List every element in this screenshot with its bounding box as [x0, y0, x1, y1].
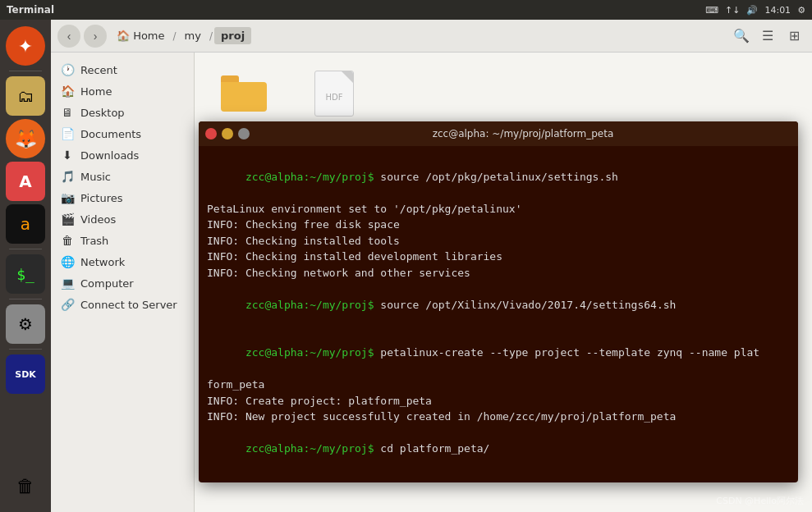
term-line-7: zcc@alpha:~/my/proj$ source /opt/Xilinx/… — [207, 281, 790, 329]
launcher-amazon[interactable]: a — [6, 204, 45, 244]
computer-icon: 💻 — [61, 277, 74, 290]
launcher-separator-2 — [9, 249, 42, 249]
keyboard-icon: ⌨ — [705, 5, 718, 16]
launcher-separator-3 — [9, 299, 42, 299]
folder-icon-wrapper — [219, 69, 268, 118]
sidebar-label-music: Music — [80, 171, 111, 183]
sidebar-label-network: Network — [80, 256, 125, 268]
terminal-close-button[interactable] — [205, 128, 217, 139]
fm-sidebar: 🕐 Recent 🏠 Home 🖥 Desktop 📄 Documents ⬇ … — [51, 53, 195, 512]
term-line-8: zcc@alpha:~/my/proj$ petalinux-create --… — [207, 329, 790, 377]
term-cmd-3: petalinux-create --type project --templa… — [380, 346, 759, 359]
launcher: ✦ 🗂 🦊 A a $_ ⚙ SDK 🗑 — [0, 20, 51, 512]
folder-graphic — [221, 75, 267, 112]
sidebar-item-documents[interactable]: 📄 Documents — [51, 123, 194, 144]
home-icon: 🏠 — [61, 85, 74, 98]
term-line-12: zcc@alpha:~/my/proj$ cd platform_peta/ — [207, 425, 790, 473]
grid-view-button[interactable]: ⊞ — [782, 25, 805, 48]
back-button[interactable]: ‹ — [57, 25, 80, 48]
launcher-terminal[interactable]: $_ — [6, 254, 45, 294]
list-view-button[interactable]: ☰ — [756, 25, 779, 48]
term-line-3: INFO: Checking free disk space — [207, 217, 790, 233]
sidebar-label-downloads: Downloads — [80, 149, 139, 162]
term-cmd-4: cd platform_peta/ — [380, 442, 489, 455]
term-cmd-2: source /opt/Xilinx/Vivado/2017.4/setting… — [380, 299, 676, 311]
launcher-settings[interactable]: ⚙ — [6, 304, 45, 344]
term-line-4: INFO: Checking installed tools — [207, 233, 790, 249]
launcher-separator — [9, 71, 42, 71]
breadcrumb-proj[interactable]: proj — [214, 27, 251, 44]
breadcrumb-sep-2: / — [209, 30, 213, 42]
hdf-icon-wrapper: HDF — [310, 69, 359, 118]
launcher-files[interactable]: 🗂 — [6, 76, 45, 116]
sidebar-item-recent[interactable]: 🕐 Recent — [51, 59, 194, 80]
pictures-icon: 📷 — [61, 191, 74, 204]
launcher-fonts[interactable]: A — [6, 162, 45, 201]
breadcrumb: 🏠 Home / my / proj — [110, 27, 727, 44]
term-prompt-2: zcc@alpha:~/my/proj$ — [245, 299, 380, 311]
sidebar-item-network[interactable]: 🌐 Network — [51, 251, 194, 272]
sidebar-label-recent: Recent — [80, 64, 117, 76]
breadcrumb-home[interactable]: 🏠 Home — [110, 27, 172, 44]
recent-icon: 🕐 — [61, 63, 74, 76]
term-line-1: zcc@alpha:~/my/proj$ source /opt/pkg/pet… — [207, 153, 790, 201]
connect-server-icon: 🔗 — [61, 298, 74, 311]
sidebar-item-trash[interactable]: 🗑 Trash — [51, 230, 194, 251]
term-prompt-1: zcc@alpha:~/my/proj$ — [245, 171, 380, 183]
settings-icon: ⚙ — [797, 5, 805, 16]
terminal-titlebar: zcc@alpha: ~/my/proj/platform_peta — [199, 121, 798, 146]
sidebar-label-connect-server: Connect to Server — [80, 299, 177, 311]
breadcrumb-sep-1: / — [173, 30, 177, 42]
terminal-maximize-button[interactable] — [238, 128, 250, 139]
launcher-separator-4 — [9, 349, 42, 350]
launcher-sdk[interactable]: SDK — [6, 354, 45, 394]
terminal-title: zcc@alpha: ~/my/proj/platform_peta — [255, 128, 791, 139]
term-prompt-3: zcc@alpha:~/my/proj$ — [245, 346, 380, 359]
forward-button[interactable]: › — [84, 25, 107, 48]
documents-icon: 📄 — [61, 127, 74, 140]
launcher-trash[interactable]: 🗑 — [6, 466, 45, 505]
fm-toolbar-right: 🔍 ☰ ⊞ — [730, 25, 805, 48]
sidebar-label-pictures: Pictures — [80, 192, 122, 204]
downloads-icon: ⬇ — [61, 149, 74, 162]
top-bar: Terminal ⌨ ↑↓ 🔊 14:01 ⚙ — [0, 0, 812, 20]
sidebar-item-videos[interactable]: 🎬 Videos — [51, 208, 194, 230]
term-line-2: PetaLinux environment set to '/opt/pkg/p… — [207, 201, 790, 217]
sidebar-item-home[interactable]: 🏠 Home — [51, 80, 194, 102]
network-icon: 🌐 — [61, 255, 74, 268]
sidebar-label-documents: Documents — [80, 128, 141, 140]
sidebar-label-trash: Trash — [80, 235, 108, 247]
watermark: CSDN @Hello阿尔法 — [716, 495, 804, 507]
breadcrumb-my[interactable]: my — [178, 27, 208, 44]
terminal-body[interactable]: zcc@alpha:~/my/proj$ source /opt/pkg/pet… — [199, 146, 798, 482]
hdf-graphic: HDF — [314, 71, 354, 117]
term-cmd-1: source /opt/pkg/petalinux/settings.sh — [380, 171, 618, 183]
term-line-11: INFO: New project successfully created i… — [207, 409, 790, 425]
volume-icon: 🔊 — [746, 5, 758, 16]
sidebar-label-videos: Videos — [80, 213, 116, 226]
desktop-icon: 🖥 — [61, 106, 74, 119]
music-icon: 🎵 — [61, 170, 74, 183]
terminal-minimize-button[interactable] — [222, 128, 233, 139]
sidebar-item-music[interactable]: 🎵 Music — [51, 166, 194, 187]
terminal-window: zcc@alpha: ~/my/proj/platform_peta zcc@a… — [199, 121, 798, 482]
term-prompt-4: zcc@alpha:~/my/proj$ — [245, 442, 380, 455]
clock: 14:01 — [764, 5, 791, 16]
sidebar-item-desktop[interactable]: 🖥 Desktop — [51, 102, 194, 123]
launcher-ubuntu[interactable]: ✦ — [6, 26, 45, 66]
term-line-10: INFO: Create project: platform_peta — [207, 393, 790, 409]
term-line-9: form_peta — [207, 377, 790, 393]
term-line-13: zcc@alpha:~/my/proj/platform_peta$ — [207, 473, 790, 482]
sidebar-label-desktop: Desktop — [80, 107, 125, 119]
sidebar-item-pictures[interactable]: 📷 Pictures — [51, 187, 194, 208]
system-tray: ⌨ ↑↓ 🔊 14:01 ⚙ — [705, 5, 805, 16]
launcher-firefox[interactable]: 🦊 — [6, 119, 45, 158]
sidebar-item-computer[interactable]: 💻 Computer — [51, 272, 194, 294]
videos-icon: 🎬 — [61, 213, 74, 226]
sidebar-item-downloads[interactable]: ⬇ Downloads — [51, 144, 194, 166]
app-title: Terminal — [7, 4, 54, 16]
term-line-6: INFO: Checking network and other service… — [207, 265, 790, 281]
sidebar-item-connect-server[interactable]: 🔗 Connect to Server — [51, 294, 194, 315]
term-line-5: INFO: Checking installed development lib… — [207, 249, 790, 265]
search-button[interactable]: 🔍 — [730, 25, 753, 48]
